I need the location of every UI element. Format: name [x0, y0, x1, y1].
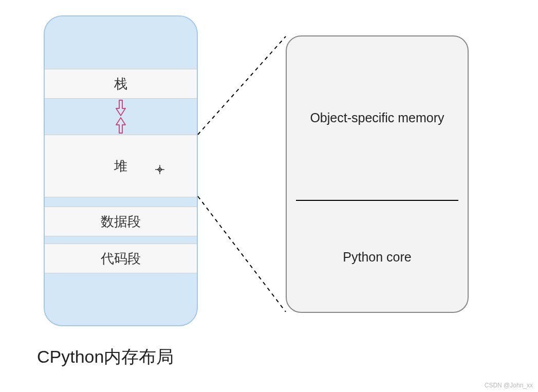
crosshair-icon: [155, 162, 164, 171]
diagram-canvas: 栈 堆: [0, 0, 538, 392]
segment-stack: 栈: [45, 69, 197, 99]
arrow-down-icon: [115, 99, 127, 117]
segment-heap-label: 堆: [114, 157, 127, 175]
detail-bottom: Python core: [287, 201, 468, 313]
arrow-up-icon: [115, 117, 127, 134]
segment-data-label: 数据段: [101, 213, 141, 231]
segment-stack-label: 栈: [114, 75, 127, 93]
heap-detail-block: Object-specific memory Python core: [286, 35, 469, 313]
segment-code-label: 代码段: [101, 250, 141, 268]
segment-heap: 堆: [45, 135, 197, 197]
watermark-text: CSDN @John_xx: [485, 382, 533, 389]
detail-top-label: Object-specific memory: [310, 109, 444, 127]
memory-layout-block: 栈 堆: [44, 15, 198, 326]
stack-heap-arrows: [45, 99, 197, 135]
segment-data: 数据段: [45, 207, 197, 236]
detail-bottom-label: Python core: [343, 249, 411, 266]
segment-code: 代码段: [45, 244, 197, 273]
diagram-caption: CPython内存布局: [37, 345, 174, 369]
svg-line-4: [198, 196, 286, 312]
svg-line-3: [198, 36, 286, 135]
detail-top: Object-specific memory: [287, 36, 468, 200]
